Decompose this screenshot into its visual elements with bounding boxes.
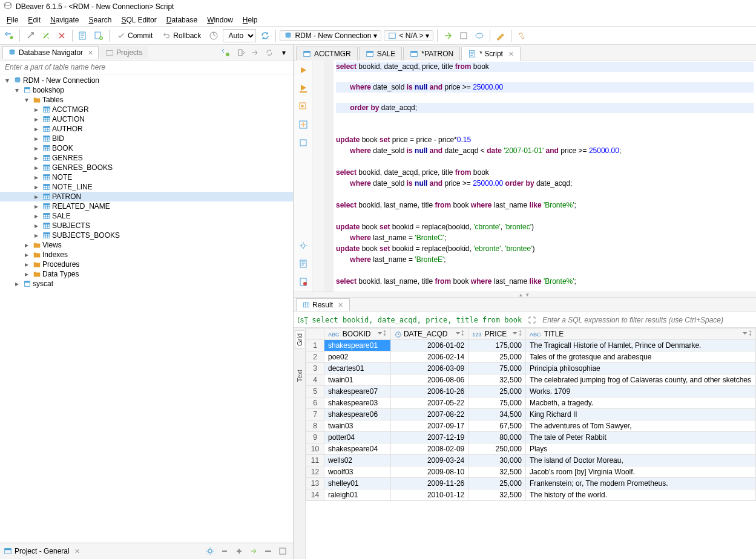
cell[interactable]: 2007-09-17 (390, 420, 468, 432)
table-row[interactable]: 11wells022009-03-2430,000The island of D… (306, 455, 756, 466)
editor-tab-acctmgr[interactable]: ACCTMGR (296, 47, 358, 60)
menu-item-navigate[interactable]: Navigate (46, 15, 83, 25)
cell[interactable]: 34,500 (468, 409, 526, 420)
close-icon[interactable]: ✕ (72, 548, 80, 555)
transaction-mode-icon[interactable] (207, 29, 220, 42)
tree-twisty-icon[interactable]: ▸ (31, 144, 41, 152)
cell[interactable]: 175,000 (468, 340, 526, 351)
nav-new-icon[interactable] (219, 46, 232, 59)
disconnect-icon[interactable] (39, 29, 53, 42)
tree-node-genres-books[interactable]: ▸GENRES_BOOKS (0, 163, 293, 172)
menu-item-file[interactable]: File (2, 15, 22, 25)
cell[interactable]: Works. 1709 (526, 386, 756, 397)
cell[interactable]: decartes01 (324, 363, 391, 374)
cell[interactable]: 2007-12-19 (390, 432, 468, 443)
column-header-bookid[interactable]: ABC BOOKID ⏷‡ (324, 329, 391, 340)
navigator-tree[interactable]: ▾RDM - New Connection▾bookshop▾Tables▸AC… (0, 74, 293, 434)
connect-icon[interactable] (24, 29, 37, 42)
result-filter-input[interactable] (542, 316, 752, 324)
sql-editor[interactable]: select bookid, date_acqd, price, title f… (334, 60, 756, 292)
cell[interactable]: 25,000 (468, 386, 526, 397)
editor-tab--patron[interactable]: *PATRON (403, 47, 460, 60)
tree-twisty-icon[interactable]: ▾ (12, 86, 22, 94)
nav-menu-icon[interactable]: ▾ (277, 46, 291, 59)
tree-node-syscat[interactable]: ▸syscat (0, 279, 293, 289)
cell[interactable]: twain01 (324, 374, 391, 386)
cell[interactable]: Principia philosophiae (526, 363, 756, 374)
new-sql-icon[interactable] (92, 29, 105, 42)
tree-node-bookshop[interactable]: ▾bookshop (0, 85, 293, 95)
close-icon[interactable]: ✕ (85, 49, 93, 57)
execute-new-tab-icon[interactable] (296, 99, 311, 114)
cell[interactable]: The tale of Peter Rabbit (526, 432, 756, 443)
tree-twisty-icon[interactable]: ▸ (31, 212, 41, 220)
toolbar-icon-edit[interactable] (494, 29, 507, 42)
tree-twisty-icon[interactable]: ▾ (2, 76, 12, 85)
tree-node-genres[interactable]: ▸GENRES (0, 153, 293, 163)
cell[interactable]: Frankenstein; or, The modern Prometheus. (526, 478, 756, 489)
cell[interactable]: Plays (526, 443, 756, 455)
tree-node-subjects-books[interactable]: ▸SUBJECTS_BOOKS (0, 230, 293, 240)
column-filter-icon[interactable]: ⏷‡ (455, 330, 465, 336)
menu-item-sql-editor[interactable]: SQL Editor (117, 15, 160, 25)
connection-selector[interactable]: RDM - New Connection ▾ (280, 30, 381, 41)
result-collapse-handle[interactable]: ▴ ▾ (294, 292, 756, 298)
cell[interactable]: 25,000 (468, 351, 526, 363)
cell[interactable]: shelley01 (324, 478, 391, 489)
cell[interactable]: shakespeare04 (324, 443, 391, 455)
tree-twisty-icon[interactable]: ▸ (31, 202, 41, 211)
table-row[interactable]: 5shakespeare072006-10-2625,000Works. 170… (306, 386, 756, 397)
menu-item-help[interactable]: Help (238, 15, 262, 25)
tree-twisty-icon[interactable]: ▸ (22, 270, 31, 278)
tree-twisty-icon[interactable]: ▸ (31, 183, 41, 191)
cell[interactable]: 2009-08-10 (390, 466, 468, 478)
tree-twisty-icon[interactable]: ▸ (31, 192, 41, 201)
tree-twisty-icon[interactable]: ▸ (31, 173, 41, 181)
expand-icon[interactable] (525, 313, 539, 327)
tree-node-subjects[interactable]: ▸SUBJECTS (0, 221, 293, 230)
cell[interactable]: 2009-11-26 (390, 478, 468, 489)
tree-twisty-icon[interactable]: ▸ (31, 115, 41, 123)
cell[interactable]: 32,500 (468, 489, 526, 501)
cell[interactable]: 30,000 (468, 455, 526, 466)
tree-node-sale[interactable]: ▸SALE (0, 211, 293, 221)
toolbar-icon-link[interactable] (515, 29, 528, 42)
tree-node-note-line[interactable]: ▸NOTE_LINE (0, 182, 293, 192)
execute-script-icon[interactable] (296, 81, 311, 96)
navigator-filter-input[interactable] (0, 60, 293, 74)
rollback-button[interactable]: Rollback (159, 30, 205, 41)
cell[interactable]: The history of the world. (526, 489, 756, 501)
tree-node-auction[interactable]: ▸AUCTION (0, 114, 293, 124)
cell[interactable]: 2009-03-24 (390, 455, 468, 466)
cell[interactable]: 2008-02-09 (390, 443, 468, 455)
execute-icon[interactable] (296, 63, 311, 77)
tree-node-bid[interactable]: ▸BID (0, 134, 293, 143)
sql-more-icon[interactable] (296, 136, 311, 150)
cell[interactable]: 2006-10-26 (390, 386, 468, 397)
explain-plan-icon[interactable] (296, 117, 311, 132)
column-header-title[interactable]: ABC TITLE ⏷‡ (526, 329, 756, 340)
table-row[interactable]: 8twain032007-09-1767,500The adventures o… (306, 420, 756, 432)
cell[interactable]: The adventures of Tom Sawyer, (526, 420, 756, 432)
cell[interactable]: 80,000 (468, 432, 526, 443)
column-filter-icon[interactable]: ⏷‡ (512, 330, 522, 336)
cell[interactable]: woolf03 (324, 466, 391, 478)
editor-tab--rdm-new-connection-script[interactable]: * Script✕ (461, 47, 521, 60)
tree-twisty-icon[interactable]: ▸ (31, 154, 41, 162)
tree-twisty-icon[interactable]: ▸ (12, 280, 22, 288)
cell[interactable]: shakespeare01 (324, 340, 391, 351)
table-row[interactable]: 7shakespeare062007-08-2234,500King Richa… (306, 409, 756, 420)
cell[interactable]: shakespeare07 (324, 386, 391, 397)
result-grid[interactable]: ABC BOOKID ⏷‡ DATE_ACQD ⏷‡123 PRICE ⏷‡AB… (306, 328, 756, 559)
column-filter-icon[interactable]: ⏷‡ (377, 330, 387, 336)
tree-node-data-types[interactable]: ▸Data Types (0, 269, 293, 279)
cell[interactable]: wells02 (324, 455, 391, 466)
cell[interactable]: 250,000 (468, 443, 526, 455)
tree-node-indexes[interactable]: ▸Indexes (0, 250, 293, 260)
tree-twisty-icon[interactable]: ▸ (22, 250, 31, 259)
tree-node-related-name[interactable]: ▸RELATED_NAME (0, 201, 293, 211)
tree-twisty-icon[interactable]: ▸ (31, 221, 41, 230)
proj-link-icon[interactable] (247, 544, 260, 558)
tree-twisty-icon[interactable]: ▸ (31, 163, 41, 172)
sql-save-icon[interactable] (296, 257, 311, 271)
